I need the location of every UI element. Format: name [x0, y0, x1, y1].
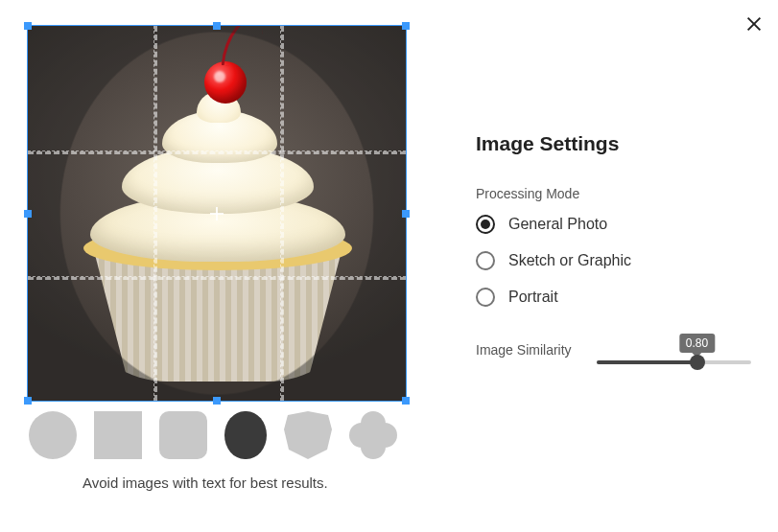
dialog-content: Avoid images with text for best results.…: [0, 0, 778, 510]
grid-line: [153, 26, 157, 401]
radio-label: General Photo: [508, 216, 607, 233]
resize-handle-right[interactable]: [402, 210, 410, 218]
close-button[interactable]: [743, 13, 765, 35]
shape-option-clover[interactable]: [349, 411, 397, 459]
resize-handle-bottom-left[interactable]: [24, 397, 32, 405]
resize-handle-left[interactable]: [24, 210, 32, 218]
grid-line: [280, 26, 284, 401]
shape-option-shield[interactable]: [284, 411, 332, 459]
radio-general-photo[interactable]: General Photo: [476, 215, 751, 234]
radio-icon: [476, 251, 495, 270]
slider-track: [597, 360, 751, 364]
radio-portrait[interactable]: Portrait: [476, 288, 751, 307]
shape-option-rounded-square[interactable]: [159, 411, 207, 459]
radio-label: Sketch or Graphic: [508, 252, 631, 269]
resize-handle-top-left[interactable]: [24, 22, 32, 30]
processing-mode-group: General Photo Sketch or Graphic Portrait: [476, 215, 751, 307]
radio-icon: [476, 288, 495, 307]
radio-sketch-graphic[interactable]: Sketch or Graphic: [476, 251, 751, 270]
right-column: Image Settings Processing Mode General P…: [430, 25, 751, 491]
radio-icon: [476, 215, 495, 234]
resize-handle-bottom[interactable]: [213, 397, 221, 405]
slider-fill: [597, 360, 697, 364]
grid-line: [28, 276, 406, 280]
hint-text: Avoid images with text for best results.: [27, 474, 430, 491]
crop-image-preview: [28, 26, 406, 401]
similarity-label: Image Similarity: [476, 342, 572, 358]
resize-handle-top-right[interactable]: [402, 22, 410, 30]
similarity-slider[interactable]: 0.80: [597, 335, 751, 364]
grid-line: [28, 150, 406, 154]
processing-mode-label: Processing Mode: [476, 186, 751, 201]
shape-option-circle[interactable]: [29, 411, 77, 459]
crop-area[interactable]: [27, 25, 407, 402]
slider-tooltip: 0.80: [679, 334, 715, 353]
similarity-field: Image Similarity 0.80: [476, 335, 751, 364]
radio-label: Portrait: [508, 289, 558, 306]
shape-picker: [27, 411, 430, 459]
left-column: Avoid images with text for best results.: [27, 25, 430, 491]
slider-thumb[interactable]: [690, 355, 705, 370]
shape-option-square[interactable]: [94, 411, 142, 459]
resize-handle-bottom-right[interactable]: [402, 397, 410, 405]
resize-handle-top[interactable]: [213, 22, 221, 30]
crosshair-icon: [210, 207, 224, 220]
settings-title: Image Settings: [476, 132, 751, 155]
shape-option-capsule[interactable]: [224, 411, 267, 459]
